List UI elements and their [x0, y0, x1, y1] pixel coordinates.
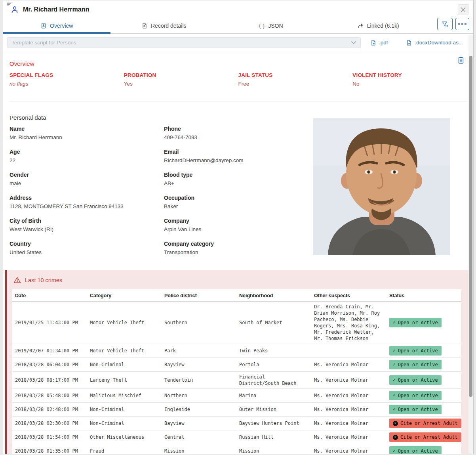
- field-value: RichardDHerrmann@dayrep.com: [164, 157, 318, 164]
- crime-district: Central: [164, 430, 238, 444]
- flag-item: PROBATION Yes: [124, 72, 238, 87]
- more-options-button[interactable]: [455, 18, 469, 30]
- download-docx-link[interactable]: .docx: [406, 40, 427, 46]
- field-value: United States: [10, 249, 164, 256]
- crime-suspects: Ms. Veronica Molnar: [313, 372, 388, 389]
- special-flags-grid: SPECIAL FLAGS no flags PROBATION Yes JAI…: [10, 72, 467, 87]
- crime-suspects: Ms. Veronica Molnar: [313, 403, 388, 417]
- field-value: 1128, MONTGOMERY ST San Francisco 94133: [10, 203, 164, 210]
- chevron-down-icon: [351, 41, 356, 44]
- check-icon: ✓: [393, 361, 396, 368]
- crime-category: Other Miscellaneous: [89, 430, 164, 444]
- crimes-table-header: Date Category Police district Neighborho…: [12, 289, 461, 302]
- crime-district: Park: [164, 344, 238, 358]
- personal-field: Name Mr. Richard Herrmann: [10, 126, 164, 141]
- status-label: Open or Active: [398, 392, 438, 399]
- template-script-select[interactable]: Template script for Persons: [7, 37, 361, 48]
- field-label: Age: [10, 149, 164, 155]
- status-label: Cite or Arrest Adult: [400, 420, 458, 426]
- crime-status-cell: ✓ ✕ Open or Active: [388, 403, 461, 417]
- personal-field: Gender male: [10, 172, 164, 187]
- status-label: Open or Active: [398, 361, 438, 368]
- person-record-dialog: Mr. Richard Herrmann Overview Record det…: [3, 0, 474, 454]
- download-as-link[interactable]: Download as...: [428, 40, 463, 46]
- tab-linked[interactable]: Linked (6.1k): [325, 18, 432, 34]
- circle-x-icon: ✕: [393, 421, 398, 426]
- download-pdf-link[interactable]: .pdf: [370, 40, 388, 46]
- flag-label: SPECIAL FLAGS: [10, 72, 124, 78]
- crime-neighborhood: Marina: [238, 389, 313, 403]
- crime-suspects: Ms. Veronica Molnar: [313, 417, 388, 430]
- scrollbar-thumb[interactable]: [469, 56, 472, 397]
- field-value: 22: [10, 157, 164, 164]
- dialog-title: Mr. Richard Herrmann: [23, 6, 89, 13]
- crime-category: Larceny Theft: [89, 372, 164, 389]
- status-label: Open or Active: [398, 319, 438, 326]
- crime-suspects: Ms. Veronica Molnar: [313, 430, 388, 444]
- personal-field: Country United States: [10, 241, 164, 256]
- status-label: Cite or Arrest Adult: [400, 434, 458, 440]
- copy-to-clipboard-button[interactable]: [457, 56, 465, 65]
- crime-category: Motor Vehicle Theft: [89, 302, 164, 344]
- close-button[interactable]: [458, 4, 468, 15]
- share-arrow-icon: [357, 23, 364, 29]
- tab-json[interactable]: { } JSON: [217, 18, 325, 34]
- record-content: Overview SPECIAL FLAGS no flags PROBATIO…: [3, 52, 473, 454]
- curly-braces-icon: { }: [259, 23, 265, 29]
- flag-item: JAIL STATUS Free: [238, 72, 353, 87]
- crime-row: 2018/03/28 08:17:00 PM Larceny Theft Ten…: [12, 372, 461, 389]
- crime-suspects: [313, 344, 388, 358]
- dialog-header: Mr. Richard Herrmann: [3, 0, 473, 18]
- crime-neighborhood: Mission: [238, 444, 313, 455]
- status-label: Open or Active: [398, 348, 438, 354]
- personal-field: City of Birth West Warwick (RI): [10, 218, 164, 233]
- status-label: Open or Active: [398, 448, 438, 454]
- check-icon: ✓: [393, 319, 396, 326]
- status-badge: ✓ ✕ Open or Active: [389, 360, 442, 369]
- crime-category: Non-Criminal: [89, 358, 164, 372]
- check-icon: ✓: [393, 392, 396, 399]
- field-label: City of Birth: [10, 218, 164, 224]
- field-value: Arpin Van Lines: [164, 226, 318, 233]
- personal-field: Blood type AB+: [164, 172, 318, 187]
- close-icon: [461, 7, 466, 12]
- crime-district: Southern: [164, 302, 238, 344]
- scrollbar-track[interactable]: [468, 35, 473, 453]
- flag-value: Yes: [124, 81, 238, 87]
- tab-actions: [432, 18, 473, 34]
- personal-field: Address 1128, MONTGOMERY ST San Francisc…: [10, 195, 164, 210]
- field-value: Transportation: [164, 249, 318, 256]
- flag-label: JAIL STATUS: [238, 72, 353, 78]
- personal-field: Company Arpin Van Lines: [164, 218, 318, 233]
- status-badge: ✓ ✕ Open or Active: [389, 405, 442, 414]
- warning-icon: [13, 277, 21, 283]
- crime-neighborhood: South of Market: [238, 302, 313, 344]
- check-icon: ✓: [393, 448, 396, 454]
- field-label: Occupation: [164, 195, 318, 201]
- crime-date: 2018/03/28 02:30:00 PM: [12, 417, 89, 430]
- template-select-placeholder: Template script for Persons: [11, 40, 76, 46]
- crime-neighborhood: Twin Peaks: [238, 344, 313, 358]
- crime-row: 2018/03/28 01:35:00 PM Fraud Mission Mis…: [12, 444, 461, 455]
- filter-export-button[interactable]: [437, 18, 453, 30]
- tab-overview[interactable]: Overview: [3, 18, 110, 34]
- tab-record-details[interactable]: Record details: [110, 18, 218, 34]
- crime-district: Northern: [164, 389, 238, 403]
- clipboard-icon: [457, 56, 465, 64]
- crime-status-cell: ✓ ✕ Cite or Arrest Adult: [388, 417, 461, 430]
- field-value: Mr. Richard Herrmann: [10, 134, 164, 141]
- field-label: Name: [10, 126, 164, 132]
- section-divider: [10, 101, 467, 101]
- docx-file-icon: [406, 40, 412, 46]
- status-badge: ✓ ✕ Open or Active: [389, 375, 442, 385]
- crime-status-cell: ✓ ✕ Open or Active: [388, 372, 461, 389]
- personal-field: Phone 409-764-7093: [164, 126, 318, 141]
- crime-status-cell: ✓ ✕ Open or Active: [388, 302, 461, 344]
- crime-district: Tenderloin: [164, 372, 238, 389]
- crime-neighborhood: Russian Hill: [238, 430, 313, 444]
- crime-status-cell: ✓ ✕ Open or Active: [388, 344, 461, 358]
- crime-category: Non-Criminal: [89, 403, 164, 417]
- check-icon: ✓: [393, 406, 396, 413]
- crime-date: 2018/03/28 08:17:00 PM: [12, 372, 89, 389]
- field-label: Email: [164, 149, 318, 155]
